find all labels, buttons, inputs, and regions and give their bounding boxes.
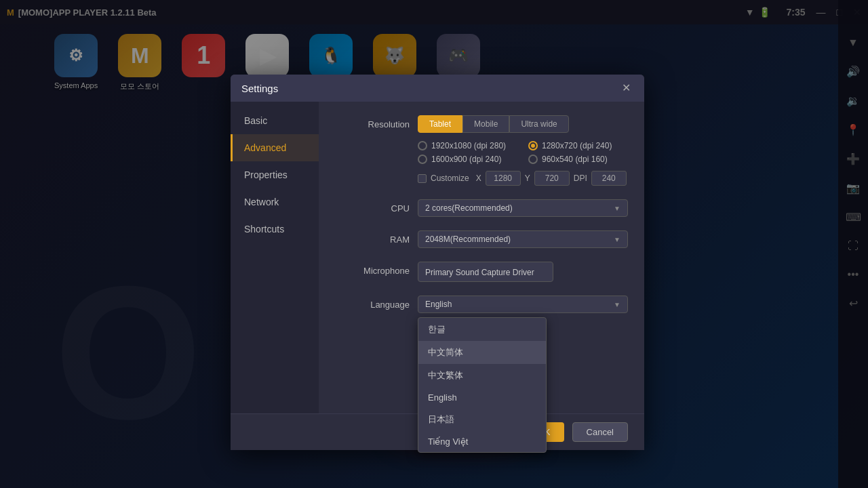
nav-properties[interactable]: Properties bbox=[231, 161, 319, 188]
tab-mobile[interactable]: Mobile bbox=[462, 115, 509, 133]
language-menu: 한글 中文简体 中文繁体 English 日本語 Tiếng Việt bbox=[418, 317, 547, 453]
ram-value: 2048M(Recommended) bbox=[425, 235, 511, 244]
language-control: English ▼ 한글 中文简体 中文繁体 English 日本語 Tiếng… bbox=[418, 296, 628, 313]
radio-1280[interactable]: 868x488 (dpi 240) bbox=[528, 141, 628, 150]
resolution-control: Tablet Mobile Ultra wide 1920x1080 (dpi … bbox=[418, 115, 628, 186]
cpu-control: 2 cores(Recommended) ▼ bbox=[418, 199, 628, 217]
radio-circle-1600 bbox=[418, 155, 427, 164]
language-dropdown[interactable]: English ▼ bbox=[418, 296, 628, 313]
radio-circle-1920 bbox=[418, 141, 427, 150]
ram-dropdown-arrow: ▼ bbox=[614, 236, 620, 243]
radio-circle-1280 bbox=[528, 141, 538, 150]
resolution-radio-grid: 1920x1080 (dpi 280) 868x488 (dpi 240) 1… bbox=[418, 141, 628, 164]
settings-nav: Basic Advanced Properties Network Shortc… bbox=[231, 102, 319, 413]
resolution-tabs: Tablet Mobile Ultra wide bbox=[418, 115, 628, 133]
nav-basic[interactable]: Basic bbox=[231, 107, 319, 134]
xyz-fields: X Y DPI bbox=[476, 171, 627, 186]
radio-1600[interactable]: 1600x900 (dpi 240) bbox=[418, 155, 517, 164]
radio-1920[interactable]: 1920x1080 (dpi 280) bbox=[418, 141, 517, 150]
nav-shortcuts[interactable]: Shortcuts bbox=[231, 216, 319, 243]
lang-option-korean[interactable]: 한글 bbox=[418, 318, 546, 341]
dialog-body: Basic Advanced Properties Network Shortc… bbox=[231, 102, 644, 413]
ram-label: RAM bbox=[335, 230, 410, 245]
language-label: Language bbox=[335, 296, 410, 310]
dialog-close-button[interactable]: ✕ bbox=[619, 81, 633, 95]
dpi-label: DPI bbox=[574, 174, 587, 183]
microphone-row: Microphone Primary Sound Capture Driver bbox=[335, 262, 628, 282]
radio-960[interactable]: 960x540 (dpi 160) bbox=[528, 155, 628, 164]
cpu-label: CPU bbox=[335, 199, 410, 214]
microphone-field[interactable]: Primary Sound Capture Driver bbox=[418, 262, 553, 282]
cpu-dropdown-arrow: ▼ bbox=[614, 205, 620, 212]
cpu-dropdown[interactable]: 2 cores(Recommended) ▼ bbox=[418, 199, 628, 217]
language-value: English bbox=[425, 300, 452, 309]
x-input[interactable] bbox=[486, 171, 521, 186]
lang-option-japanese[interactable]: 日本語 bbox=[418, 408, 546, 431]
settings-dialog: Settings ✕ Basic Advanced Properties Net… bbox=[231, 75, 644, 450]
nav-network[interactable]: Network bbox=[231, 188, 319, 216]
x-label: X bbox=[476, 174, 481, 183]
radio-label-1600: 1600x900 (dpi 240) bbox=[431, 155, 501, 164]
radio-label-1280: 868x488 (dpi 240) bbox=[542, 141, 612, 150]
ram-control: 2048M(Recommended) ▼ bbox=[418, 230, 628, 248]
lang-option-chinese-simplified[interactable]: 中文简体 bbox=[418, 341, 546, 364]
y-input[interactable] bbox=[534, 171, 570, 186]
language-row: Language English ▼ 한글 中文简体 中文繁体 English bbox=[335, 296, 628, 313]
microphone-value: Primary Sound Capture Driver bbox=[425, 268, 534, 277]
customize-checkbox-label[interactable]: Customize bbox=[418, 174, 469, 183]
lang-option-english[interactable]: English bbox=[418, 387, 546, 408]
customize-checkbox[interactable] bbox=[418, 174, 427, 183]
y-label: Y bbox=[525, 174, 530, 183]
language-dropdown-arrow: ▼ bbox=[614, 301, 620, 308]
settings-content: Resolution Tablet Mobile Ultra wide 1920… bbox=[319, 102, 644, 413]
radio-circle-960 bbox=[528, 155, 538, 164]
microphone-control: Primary Sound Capture Driver bbox=[418, 262, 628, 282]
lang-option-chinese-traditional[interactable]: 中文繁体 bbox=[418, 364, 546, 387]
cpu-row: CPU 2 cores(Recommended) ▼ bbox=[335, 199, 628, 217]
customize-row: Customize X Y DPI bbox=[418, 171, 628, 186]
ram-row: RAM 2048M(Recommended) ▼ bbox=[335, 230, 628, 248]
nav-advanced[interactable]: Advanced bbox=[231, 134, 319, 161]
radio-label-1920: 1920x1080 (dpi 280) bbox=[431, 141, 506, 150]
microphone-label: Microphone bbox=[335, 262, 410, 276]
resolution-label: Resolution bbox=[335, 115, 410, 129]
ram-dropdown[interactable]: 2048M(Recommended) ▼ bbox=[418, 230, 628, 248]
lang-option-vietnamese[interactable]: Tiếng Việt bbox=[418, 431, 546, 452]
cancel-button[interactable]: Cancel bbox=[572, 422, 628, 442]
cpu-value: 2 cores(Recommended) bbox=[425, 203, 513, 213]
dialog-title: Settings bbox=[241, 83, 278, 94]
customize-label-text: Customize bbox=[431, 174, 469, 183]
resolution-row: Resolution Tablet Mobile Ultra wide 1920… bbox=[335, 115, 628, 186]
tab-tablet[interactable]: Tablet bbox=[418, 115, 462, 133]
language-wrapper: English ▼ 한글 中文简体 中文繁体 English 日本語 Tiếng… bbox=[418, 296, 628, 313]
dpi-input[interactable] bbox=[591, 171, 627, 186]
radio-label-960: 960x540 (dpi 160) bbox=[542, 155, 608, 164]
dialog-header: Settings ✕ bbox=[231, 75, 644, 102]
tab-ultrawide[interactable]: Ultra wide bbox=[509, 115, 568, 133]
